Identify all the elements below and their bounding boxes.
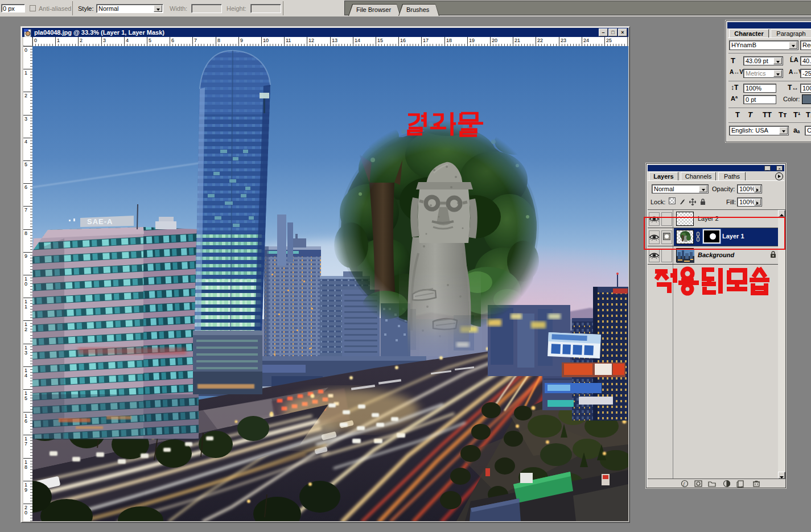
svg-text:f: f bbox=[684, 481, 686, 486]
svg-text:SAE-A: SAE-A bbox=[87, 217, 113, 226]
